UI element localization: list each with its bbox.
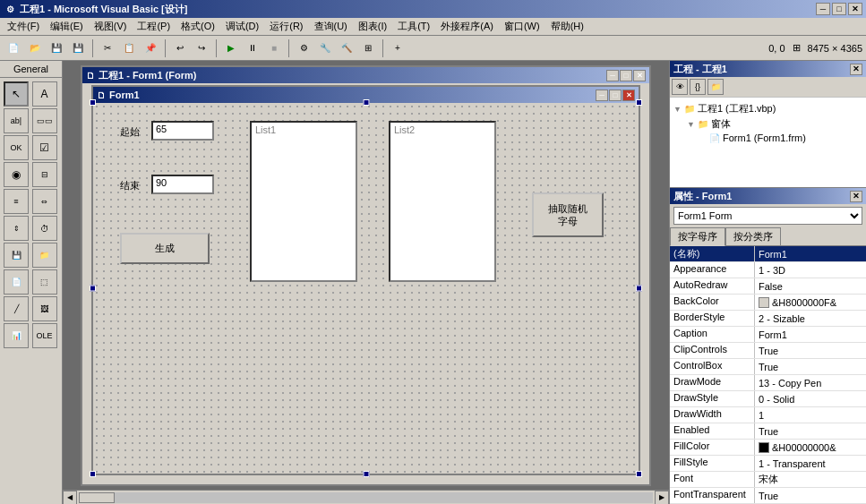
scroll-thumb[interactable] (79, 492, 115, 503)
tool-pointer[interactable]: ↖ (4, 81, 29, 107)
tool-file[interactable]: 📄 (4, 269, 29, 295)
tool-hscroll[interactable]: ⇔ (32, 189, 57, 214)
tool-shape[interactable]: ⬚ (32, 269, 57, 295)
menu-edit[interactable]: 编辑(E) (45, 18, 89, 35)
scroll-left-btn[interactable]: ◀ (63, 491, 77, 505)
tool-combobox[interactable]: ⊟ (32, 162, 57, 187)
vb-form-min[interactable]: ─ (596, 90, 608, 101)
tool-dir[interactable]: 📁 (32, 243, 57, 268)
tool-commandbutton[interactable]: OK (4, 135, 29, 160)
menu-window[interactable]: 窗口(W) (499, 18, 545, 35)
toolbar-misc1[interactable]: ⚙ (294, 38, 313, 58)
bottom-scrollbar[interactable]: ◀ ▶ (63, 490, 669, 504)
tool-line[interactable]: ╱ (4, 296, 29, 321)
props-object-dropdown[interactable]: Form1 Form (673, 207, 862, 225)
minimize-button[interactable]: ─ (816, 3, 830, 15)
listbox-2[interactable]: List2 (389, 121, 496, 282)
toolbar-stop[interactable]: ■ (264, 38, 284, 58)
scroll-track[interactable] (79, 492, 653, 503)
button-generate[interactable]: 生成 (120, 233, 210, 264)
toolbar-pause[interactable]: ⏸ (243, 38, 262, 58)
textbox-end[interactable]: 90 (151, 175, 214, 194)
tool-textbox-ctrl[interactable]: ab| (4, 108, 29, 133)
vb-form-close[interactable]: ✕ (622, 90, 635, 101)
props-row[interactable]: Font宋体 (670, 472, 866, 488)
toolbar-misc2[interactable]: 🔧 (315, 38, 335, 58)
tool-ole[interactable]: OLE (32, 323, 57, 348)
props-row[interactable]: DrawStyle0 - Solid (670, 391, 866, 407)
props-row[interactable]: ControlBoxTrue (670, 359, 866, 375)
vb-form-body[interactable]: 起始 65 结束 90 生成 List1 (93, 103, 639, 474)
maximize-button[interactable]: □ (832, 3, 846, 15)
toolbar-save2[interactable]: 💾 (68, 38, 88, 58)
toolbar-cut[interactable]: ✂ (98, 38, 117, 58)
close-button[interactable]: ✕ (848, 3, 862, 15)
props-panel-close[interactable]: ✕ (850, 191, 862, 202)
props-row[interactable]: BorderStyle2 - Sizable (670, 311, 866, 327)
scroll-right-btn[interactable]: ▶ (655, 491, 669, 505)
menu-query[interactable]: 查询(U) (309, 18, 353, 35)
project-panel-close[interactable]: ✕ (850, 64, 862, 75)
tool-vscroll[interactable]: ⇕ (4, 216, 29, 241)
menu-debug[interactable]: 调试(D) (220, 18, 264, 35)
menu-view[interactable]: 视图(V) (89, 18, 133, 35)
project-view-code[interactable]: {} (690, 79, 706, 95)
form-designer-close[interactable]: ✕ (633, 70, 646, 81)
tree-form1[interactable]: ▶ 📄 Form1 (Form1.frm) (673, 132, 862, 144)
toolbar-undo[interactable]: ↩ (170, 38, 190, 58)
toolbar-save[interactable]: 💾 (47, 38, 66, 58)
toolbar-run[interactable]: ▶ (221, 38, 241, 58)
listbox-1[interactable]: List1 (250, 121, 357, 282)
menu-file[interactable]: 文件(F) (2, 18, 45, 35)
tool-listbox[interactable]: ≡ (4, 189, 29, 214)
toolbar-misc4[interactable]: ⊞ (358, 38, 378, 58)
tab-categorized[interactable]: 按分类序 (725, 227, 781, 245)
menu-run[interactable]: 运行(R) (264, 18, 308, 35)
project-view-object[interactable]: 👁 (672, 79, 688, 95)
tool-timer[interactable]: ⏱ (32, 216, 57, 241)
form-designer-min[interactable]: ─ (606, 70, 619, 81)
tool-frame[interactable]: ▭▭ (32, 108, 57, 133)
props-row[interactable]: FontTransparentTrue (670, 488, 866, 504)
menu-help[interactable]: 帮助(H) (545, 18, 589, 35)
props-row[interactable]: Appearance1 - 3D (670, 262, 866, 278)
menu-project[interactable]: 工程(P) (132, 18, 176, 35)
tool-data[interactable]: 📊 (4, 323, 29, 348)
toolbar-paste[interactable]: 📌 (141, 38, 160, 58)
tree-forms-folder[interactable]: ▼ 📁 窗体 (673, 116, 862, 132)
canvas-area[interactable]: 🗋 工程1 - Form1 (Form) ─ □ ✕ 🗋 Form1 ─ (63, 61, 669, 504)
toolbar-misc5[interactable]: + (388, 38, 407, 58)
tool-label-ctrl[interactable]: A (32, 81, 57, 107)
props-row[interactable]: (名称)Form1 (670, 246, 866, 262)
tab-alphabetic[interactable]: 按字母序 (670, 227, 725, 246)
textbox-start[interactable]: 65 (151, 121, 214, 141)
props-row[interactable]: DrawMode13 - Copy Pen (670, 375, 866, 391)
tool-image[interactable]: 🖼 (32, 296, 57, 321)
props-row[interactable]: CaptionForm1 (670, 327, 866, 343)
vb-form[interactable]: 🗋 Form1 ─ □ ✕ 起始 65 结束 (91, 85, 640, 475)
props-row[interactable]: FillColor&H00000000& (670, 440, 866, 456)
tool-checkbox[interactable]: ☑ (32, 135, 57, 160)
toolbar-copy[interactable]: 📋 (119, 38, 139, 58)
props-row[interactable]: AutoRedrawFalse (670, 278, 866, 295)
project-toggle-folders[interactable]: 📁 (707, 79, 724, 95)
props-row[interactable]: FillStyle1 - Transparent (670, 456, 866, 472)
props-row[interactable]: BackColor&H8000000F& (670, 295, 866, 311)
tool-drive[interactable]: 💾 (4, 243, 29, 268)
props-row[interactable]: EnabledTrue (670, 423, 866, 440)
form-designer-max[interactable]: □ (620, 70, 632, 81)
toolbar-redo[interactable]: ↪ (192, 38, 211, 58)
props-row[interactable]: ClipControlsTrue (670, 343, 866, 359)
toolbar-misc3[interactable]: 🔨 (337, 38, 356, 58)
tool-option[interactable]: ◉ (4, 162, 29, 187)
props-row[interactable]: DrawWidth1 (670, 407, 866, 423)
toolbar-open[interactable]: 📂 (25, 38, 45, 58)
vb-form-max[interactable]: □ (609, 90, 622, 101)
tree-project[interactable]: ▼ 📁 工程1 (工程1.vbp) (673, 101, 862, 116)
toolbar-new[interactable]: 📄 (4, 38, 23, 58)
button-random[interactable]: 抽取随机字母 (532, 192, 604, 237)
menu-addins[interactable]: 外接程序(A) (435, 18, 499, 35)
menu-format[interactable]: 格式(O) (176, 18, 220, 35)
menu-diagram[interactable]: 图表(I) (353, 18, 392, 35)
menu-tools[interactable]: 工具(T) (392, 18, 435, 35)
